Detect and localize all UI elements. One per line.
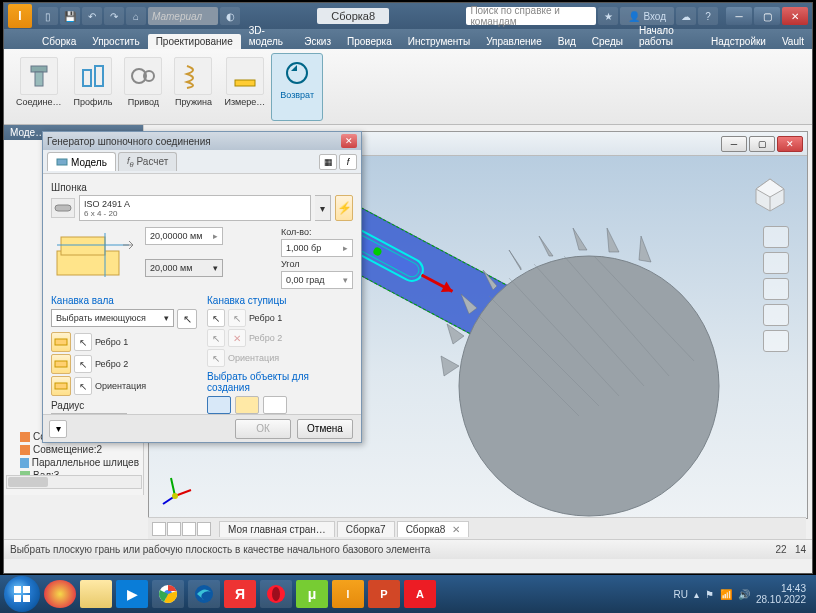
ribbon-tab-simplify[interactable]: Упростить	[84, 34, 147, 49]
task-edge[interactable]	[188, 580, 220, 608]
ribbon-tab-design[interactable]: Проектирование	[148, 34, 241, 49]
task-powerpoint[interactable]: P	[368, 580, 400, 608]
ribbon-group-return[interactable]: Возврат	[271, 53, 323, 121]
doc-tab-asm7[interactable]: Сборка7	[337, 521, 395, 537]
help-search[interactable]: Поиск по справке и командам	[466, 7, 596, 25]
ribbon-tabs: Сборка Упростить Проектирование 3D-модел…	[4, 29, 812, 49]
orient-pick[interactable]: ↖	[74, 377, 92, 395]
key-dropdown-icon[interactable]: ▾	[315, 195, 331, 221]
tabview-icon[interactable]	[167, 522, 181, 536]
qat-save-icon[interactable]: 💾	[60, 7, 80, 25]
length2-combo[interactable]: 20,000 мм▾	[145, 259, 223, 277]
qat-open-icon[interactable]: ▯	[38, 7, 58, 25]
doc-tab-asm8[interactable]: Сборка8 ✕	[397, 521, 470, 537]
minimize-button[interactable]: ─	[726, 7, 752, 25]
ribbon-group-measure[interactable]: Измере…	[218, 53, 271, 121]
qat-appearance-icon[interactable]: ◐	[220, 7, 240, 25]
task-yabrowser[interactable]: Я	[224, 580, 256, 608]
task-chrome[interactable]	[152, 580, 184, 608]
ribbon-tab-vault[interactable]: Vault	[774, 34, 812, 49]
update-button[interactable]: ⚡	[335, 195, 353, 221]
app-icon[interactable]: I	[8, 4, 32, 28]
ribbon-group-spring[interactable]: Пружина	[168, 53, 218, 121]
dialog-titlebar[interactable]: Генератор шпоночного соединения ✕	[43, 132, 361, 150]
lang-indicator[interactable]: RU	[673, 589, 687, 600]
tray-up-icon[interactable]: ▴	[694, 589, 699, 600]
svg-point-24	[172, 493, 178, 499]
task-utorrent[interactable]: μ	[296, 580, 328, 608]
edge2-pick[interactable]: ↖	[74, 355, 92, 373]
tabview-icon[interactable]	[182, 522, 196, 536]
browser-hscroll[interactable]	[6, 475, 142, 489]
doc-tab-home[interactable]: Моя главная стран…	[219, 521, 335, 537]
tabview-icon[interactable]	[152, 522, 166, 536]
dialog-tab-model[interactable]: Модель	[47, 152, 116, 171]
tree-item[interactable]: Совмещение:2	[6, 443, 141, 456]
task-inventor[interactable]: I	[332, 580, 364, 608]
shaft-select-combo[interactable]: Выбрать имеющуюся▾	[51, 309, 174, 327]
hub-edge1-pick[interactable]: ↖	[207, 309, 225, 327]
start-button[interactable]	[4, 576, 40, 612]
nav-wheel-icon[interactable]	[763, 226, 789, 248]
dialog-close-button[interactable]: ✕	[341, 134, 357, 148]
dialog-tab-calc[interactable]: fθ Расчет	[118, 152, 177, 172]
nav-lookat-icon[interactable]	[763, 330, 789, 352]
ribbon-tab-view[interactable]: Вид	[550, 34, 584, 49]
task-opera[interactable]	[260, 580, 292, 608]
angle-label: Угол	[281, 259, 353, 269]
task-acrobat[interactable]: A	[404, 580, 436, 608]
dialog-fx-icon[interactable]: f	[339, 154, 357, 170]
vp-close[interactable]: ✕	[777, 136, 803, 152]
cancel-button[interactable]: Отмена	[297, 419, 353, 439]
nav-zoom-icon[interactable]	[763, 278, 789, 300]
edge1-pick[interactable]: ↖	[74, 333, 92, 351]
tray-volume-icon[interactable]: 🔊	[738, 589, 750, 600]
dialog-expand-button[interactable]: ▾	[49, 420, 67, 438]
task-media[interactable]: ▶	[116, 580, 148, 608]
ribbon-group-bolt[interactable]: Соедине…	[10, 53, 68, 121]
ribbon-tab-getstarted[interactable]: Начало работы	[631, 23, 703, 49]
create-opt1[interactable]	[207, 396, 231, 414]
tray-network-icon[interactable]: 📶	[720, 589, 732, 600]
angle-field[interactable]: 0,00 град▾	[281, 271, 353, 289]
qat-redo-icon[interactable]: ↷	[104, 7, 124, 25]
qat-home-icon[interactable]: ⌂	[126, 7, 146, 25]
nav-orbit-icon[interactable]	[763, 304, 789, 326]
ribbon-tab-tools[interactable]: Инструменты	[400, 34, 478, 49]
ribbon-tab-assembly[interactable]: Сборка	[34, 34, 84, 49]
qat-undo-icon[interactable]: ↶	[82, 7, 102, 25]
ribbon-tab-manage[interactable]: Управление	[478, 34, 550, 49]
qty-field[interactable]: 1,000 бр▸	[281, 239, 353, 257]
shaft-ref2-icon[interactable]	[51, 354, 71, 374]
key-standard-select[interactable]: ISO 2491 A 6 x 4 - 20	[79, 195, 311, 221]
close-button[interactable]: ✕	[782, 7, 808, 25]
task-yandex[interactable]	[44, 580, 76, 608]
ribbon-tab-sketch[interactable]: Эскиз	[296, 34, 339, 49]
viewcube[interactable]	[745, 166, 795, 216]
tabview-icon[interactable]	[197, 522, 211, 536]
nav-pan-icon[interactable]	[763, 252, 789, 274]
create-opt2[interactable]	[235, 396, 259, 414]
shaft-pick-button[interactable]: ↖	[177, 309, 197, 329]
ribbon-tab-inspect[interactable]: Проверка	[339, 34, 400, 49]
ok-button[interactable]: ОК	[235, 419, 291, 439]
shaft-orient-icon[interactable]	[51, 376, 71, 396]
length-field[interactable]: 20,00000 мм▸	[145, 227, 223, 245]
tray-flag-icon[interactable]: ⚑	[705, 589, 714, 600]
ribbon-tab-addins[interactable]: Надстройки	[703, 34, 774, 49]
dialog-save-icon[interactable]: ▦	[319, 154, 337, 170]
task-explorer[interactable]	[80, 580, 112, 608]
ribbon-group-frame[interactable]: Профиль	[68, 53, 119, 121]
star-icon[interactable]: ★	[598, 7, 618, 25]
vp-maximize[interactable]: ▢	[749, 136, 775, 152]
tree-item[interactable]: Параллельное шлицев	[6, 456, 141, 469]
shaft-ref1-icon[interactable]	[51, 332, 71, 352]
vp-minimize[interactable]: ─	[721, 136, 747, 152]
ribbon-tab-env[interactable]: Среды	[584, 34, 631, 49]
ribbon-group-power[interactable]: Привод	[118, 53, 168, 121]
clock[interactable]: 14:43 28.10.2022	[756, 583, 806, 605]
ribbon-tab-3dmodel[interactable]: 3D-модель	[241, 23, 297, 49]
material-combo[interactable]: Материал	[148, 7, 218, 25]
maximize-button[interactable]: ▢	[754, 7, 780, 25]
create-opt3[interactable]	[263, 396, 287, 414]
